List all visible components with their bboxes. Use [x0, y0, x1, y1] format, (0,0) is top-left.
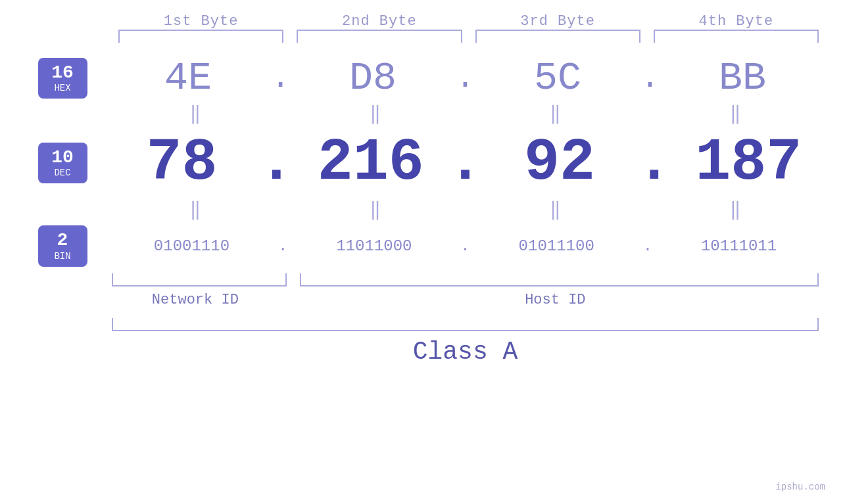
- hex-dot-2: .: [456, 60, 475, 96]
- dec-values: 78 . 216 . 92 . 187: [105, 129, 825, 196]
- dec-label-col: 10 DEC: [20, 143, 105, 184]
- watermark: ipshu.com: [775, 482, 825, 492]
- hex-val-1: 4E: [105, 56, 271, 101]
- top-bracket-3: [475, 30, 640, 43]
- dec-row: 10 DEC 78 . 216 . 92 . 187: [20, 129, 825, 196]
- byte-header-1: 1st Byte: [112, 13, 290, 30]
- byte-header-2: 2nd Byte: [290, 13, 468, 30]
- bin-row: 2 BIN 01001110 . 11011000 . 01011100 . 1…: [20, 225, 825, 267]
- hex-values: 4E . D8 . 5C . BB: [105, 56, 825, 101]
- hex-base-num: 16: [46, 63, 80, 83]
- host-bracket: [300, 273, 819, 286]
- bin-values: 01001110 . 11011000 . 01011100 . 1011101…: [105, 237, 825, 255]
- segment-labels: Network ID Host ID: [105, 292, 825, 308]
- bin-val-4: 10111011: [652, 237, 825, 255]
- hex-val-4: BB: [660, 56, 825, 101]
- top-bracket-4: [654, 30, 819, 43]
- equals-row-1: ‖ ‖ ‖ ‖: [105, 101, 825, 129]
- class-bracket-line: [112, 318, 819, 331]
- dec-badge: 10 DEC: [38, 143, 87, 184]
- dec-base-num: 10: [46, 148, 80, 168]
- eq2-4: ‖: [645, 202, 825, 220]
- top-bracket-2: [297, 30, 462, 43]
- bin-dot-2: .: [460, 237, 470, 255]
- top-bracket-1: [118, 30, 283, 43]
- network-bracket: [112, 273, 287, 286]
- hex-base-label: HEX: [46, 83, 80, 93]
- bin-base-num: 2: [46, 231, 80, 251]
- eq-4: ‖: [645, 106, 825, 124]
- dec-val-2: 216: [294, 129, 447, 196]
- host-id-label: Host ID: [285, 292, 825, 308]
- dec-dot-2: .: [447, 133, 483, 193]
- bin-val-3: 01011100: [470, 237, 643, 255]
- eq2-3: ‖: [466, 202, 646, 220]
- byte-header-4: 4th Byte: [647, 13, 825, 30]
- class-bracket-area: Class A: [105, 318, 825, 366]
- bin-label-col: 2 BIN: [20, 225, 105, 267]
- eq-3: ‖: [466, 106, 646, 124]
- eq-1: ‖: [105, 106, 285, 124]
- network-id-label: Network ID: [105, 292, 285, 308]
- top-bracket-row: [112, 30, 825, 43]
- bin-val-1: 01001110: [105, 237, 278, 255]
- hex-label-col: 16 HEX: [20, 58, 105, 99]
- hex-row: 16 HEX 4E . D8 . 5C . BB: [20, 56, 825, 101]
- hex-val-2: D8: [290, 56, 456, 101]
- dec-val-1: 78: [105, 129, 258, 196]
- dec-dot-1: .: [258, 133, 294, 193]
- bottom-bracket-area: [105, 273, 825, 286]
- eq2-1: ‖: [105, 202, 285, 220]
- hex-badge: 16 HEX: [38, 58, 87, 99]
- eq-2: ‖: [285, 106, 466, 124]
- hex-dot-3: .: [640, 60, 660, 96]
- main-container: 1st Byte 2nd Byte 3rd Byte 4th Byte 16 H…: [0, 0, 845, 504]
- bin-base-label: BIN: [46, 251, 80, 262]
- eq2-2: ‖: [285, 202, 466, 220]
- bin-dot-1: .: [278, 237, 287, 255]
- dec-val-3: 92: [483, 129, 637, 196]
- bin-badge: 2 BIN: [38, 225, 87, 267]
- byte-header-row: 1st Byte 2nd Byte 3rd Byte 4th Byte: [112, 13, 825, 30]
- hex-val-3: 5C: [475, 56, 640, 101]
- class-label: Class A: [105, 338, 825, 366]
- dec-val-4: 187: [672, 129, 825, 196]
- hex-dot-1: .: [271, 60, 290, 96]
- bin-val-2: 11011000: [287, 237, 460, 255]
- byte-header-3: 3rd Byte: [469, 13, 647, 30]
- equals-row-2: ‖ ‖ ‖ ‖: [105, 196, 825, 225]
- dec-base-label: DEC: [46, 168, 80, 178]
- bin-dot-3: .: [643, 237, 652, 255]
- dec-dot-3: .: [637, 133, 672, 193]
